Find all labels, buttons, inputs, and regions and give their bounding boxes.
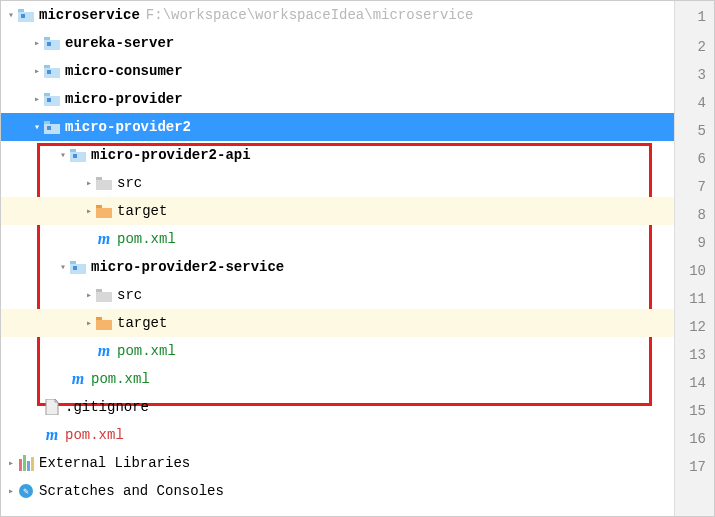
svg-rect-5 xyxy=(47,42,51,46)
module-name: micro-consumer xyxy=(65,63,183,79)
tree-row-target[interactable]: ▸ target xyxy=(1,197,674,225)
svg-rect-14 xyxy=(47,126,51,130)
line-number: 6 xyxy=(675,145,714,173)
module-name: micro-provider xyxy=(65,91,183,107)
svg-rect-26 xyxy=(96,292,112,302)
tree-row-module[interactable]: ▸ eureka-server xyxy=(1,29,674,57)
tree-row-module-selected[interactable]: ▾ micro-provider2 xyxy=(1,113,674,141)
file-icon xyxy=(43,398,61,416)
line-number: 15 xyxy=(675,397,714,425)
tree-row-scratches[interactable]: ▸ ✎ Scratches and Consoles xyxy=(1,477,674,505)
tree-row-file[interactable]: ▸ m pom.xml xyxy=(1,337,674,365)
chevron-down-icon[interactable]: ▾ xyxy=(57,261,69,273)
tree-row-module[interactable]: ▸ micro-consumer xyxy=(1,57,674,85)
tree-row-submodule[interactable]: ▾ micro-provider2-service xyxy=(1,253,674,281)
submodule-name: micro-provider2-api xyxy=(91,147,251,163)
line-number: 2 xyxy=(675,33,714,61)
line-number: 13 xyxy=(675,341,714,369)
module-folder-icon xyxy=(43,118,61,136)
file-name: pom.xml xyxy=(117,231,176,247)
line-number: 11 xyxy=(675,285,714,313)
chevron-right-icon[interactable]: ▸ xyxy=(31,65,43,77)
line-number: 7 xyxy=(675,173,714,201)
chevron-down-icon[interactable]: ▾ xyxy=(31,121,43,133)
tree-row-root[interactable]: ▾ microservice F:\workspace\workspaceIde… xyxy=(1,1,674,29)
line-number: 4 xyxy=(675,89,714,117)
project-tree: ▾ microservice F:\workspace\workspaceIde… xyxy=(1,1,674,516)
chevron-right-icon[interactable]: ▸ xyxy=(83,289,95,301)
line-number: 8 xyxy=(675,201,714,229)
folder-name: target xyxy=(117,315,167,331)
editor-gutter: 1 2 3 4 5 6 7 8 9 10 11 12 13 14 15 16 1… xyxy=(674,1,714,516)
svg-rect-2 xyxy=(21,14,25,18)
maven-icon: m xyxy=(43,426,61,444)
chevron-right-icon[interactable]: ▸ xyxy=(31,37,43,49)
tree-row-file[interactable]: ▸ m pom.xml xyxy=(1,225,674,253)
external-libs-label: External Libraries xyxy=(39,455,190,471)
scratches-label: Scratches and Consoles xyxy=(39,483,224,499)
maven-icon: m xyxy=(69,370,87,388)
tree-row-folder[interactable]: ▸ src xyxy=(1,281,674,309)
target-folder-icon xyxy=(95,202,113,220)
svg-rect-21 xyxy=(96,208,112,218)
module-name: eureka-server xyxy=(65,35,174,51)
chevron-down-icon[interactable]: ▾ xyxy=(57,149,69,161)
tree-row-submodule[interactable]: ▾ micro-provider2-api xyxy=(1,141,674,169)
chevron-right-icon[interactable]: ▸ xyxy=(5,485,17,497)
svg-rect-17 xyxy=(73,154,77,158)
scratches-icon: ✎ xyxy=(17,482,35,500)
module-folder-icon xyxy=(17,6,35,24)
chevron-right-icon[interactable]: ▸ xyxy=(31,93,43,105)
svg-rect-10 xyxy=(44,96,60,106)
module-folder-icon xyxy=(43,90,61,108)
line-number: 16 xyxy=(675,425,714,453)
line-number: 12 xyxy=(675,313,714,341)
root-name: microservice xyxy=(39,7,140,23)
svg-rect-19 xyxy=(96,180,112,190)
line-number: 5 xyxy=(675,117,714,145)
svg-rect-1 xyxy=(18,12,34,22)
module-folder-icon xyxy=(43,62,61,80)
tree-row-file[interactable]: ▸ .gitignore xyxy=(1,393,674,421)
folder-icon xyxy=(95,174,113,192)
maven-icon: m xyxy=(95,342,113,360)
folder-name: src xyxy=(117,175,142,191)
line-number: 3 xyxy=(675,61,714,89)
line-number: 10 xyxy=(675,257,714,285)
module-folder-icon xyxy=(69,146,87,164)
tree-row-folder[interactable]: ▸ src xyxy=(1,169,674,197)
module-folder-icon xyxy=(69,258,87,276)
file-name: pom.xml xyxy=(117,343,176,359)
svg-rect-24 xyxy=(73,266,77,270)
svg-rect-7 xyxy=(44,68,60,78)
folder-name: target xyxy=(117,203,167,219)
chevron-down-icon[interactable]: ▾ xyxy=(5,9,17,21)
file-name: .gitignore xyxy=(65,399,149,415)
tree-row-external-libs[interactable]: ▸ External Libraries xyxy=(1,449,674,477)
module-folder-icon xyxy=(43,34,61,52)
root-path: F:\workspace\workspaceIdea\microservice xyxy=(146,7,474,23)
svg-rect-28 xyxy=(96,320,112,330)
tree-row-module[interactable]: ▸ micro-provider xyxy=(1,85,674,113)
svg-rect-16 xyxy=(70,152,86,162)
maven-icon: m xyxy=(95,230,113,248)
chevron-right-icon[interactable]: ▸ xyxy=(83,317,95,329)
svg-rect-13 xyxy=(44,124,60,134)
tree-row-target[interactable]: ▸ target xyxy=(1,309,674,337)
svg-rect-4 xyxy=(44,40,60,50)
svg-rect-23 xyxy=(70,264,86,274)
line-number: 9 xyxy=(675,229,714,257)
tree-row-file[interactable]: ▸ m pom.xml xyxy=(1,365,674,393)
tree-row-file[interactable]: ▸ m pom.xml xyxy=(1,421,674,449)
chevron-right-icon[interactable]: ▸ xyxy=(5,457,17,469)
svg-rect-11 xyxy=(47,98,51,102)
line-number: 17 xyxy=(675,453,714,481)
chevron-right-icon[interactable]: ▸ xyxy=(83,177,95,189)
target-folder-icon xyxy=(95,314,113,332)
chevron-right-icon[interactable]: ▸ xyxy=(83,205,95,217)
svg-rect-8 xyxy=(47,70,51,74)
line-number: 1 xyxy=(675,1,714,33)
libraries-icon xyxy=(17,454,35,472)
file-name: pom.xml xyxy=(91,371,150,387)
module-name: micro-provider2 xyxy=(65,119,191,135)
